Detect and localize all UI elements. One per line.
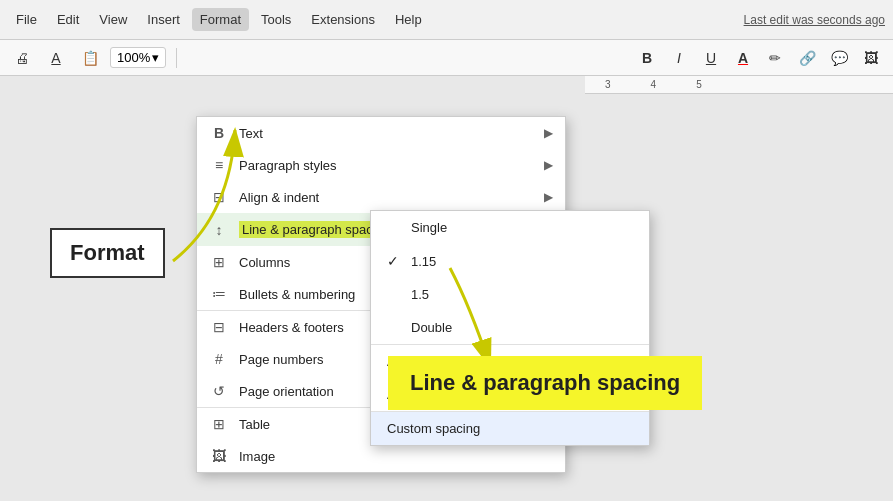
columns-icon: ⊞ — [209, 254, 229, 270]
format-annotation-text: Format — [70, 240, 145, 265]
callout-spacing-text: Line & paragraph spacing — [410, 370, 680, 395]
submenu-1-5[interactable]: 1.5 — [371, 278, 649, 311]
double-label: Double — [411, 320, 452, 335]
headers-footers-icon: ⊟ — [209, 319, 229, 335]
menu-bar: File Edit View Insert Format Tools Exten… — [0, 0, 893, 40]
image-label: Image — [239, 449, 553, 464]
image-btn[interactable]: 🖼 — [857, 44, 885, 72]
menu-format[interactable]: Format — [192, 8, 249, 31]
paste-format-btn[interactable]: 📋 — [76, 44, 104, 72]
page-numbers-icon: # — [209, 351, 229, 367]
main-area: 3 4 5 Format B Text ▶ ≡ Paragraph styles… — [0, 76, 893, 501]
submenu-spacing-section: Single ✓ 1.15 1.5 Double — [371, 211, 649, 345]
ruler-mark-5: 5 — [696, 79, 702, 90]
text-arrow-icon: ▶ — [544, 126, 553, 140]
align-indent-label: Align & indent — [239, 190, 534, 205]
menu-extensions[interactable]: Extensions — [303, 8, 383, 31]
submenu-custom-spacing[interactable]: Custom spacing — [371, 412, 649, 445]
image-icon: 🖼 — [209, 448, 229, 464]
format-annotation-box: Format — [50, 228, 165, 278]
callout-spacing-box: Line & paragraph spacing — [388, 356, 702, 410]
1-15-label: 1.15 — [411, 254, 436, 269]
paragraph-styles-label: Paragraph styles — [239, 158, 534, 173]
menu-insert[interactable]: Insert — [139, 8, 188, 31]
menu-file[interactable]: File — [8, 8, 45, 31]
submenu-custom-section: Custom spacing — [371, 412, 649, 445]
text-icon: B — [209, 125, 229, 141]
bold-btn[interactable]: B — [633, 44, 661, 72]
zoom-control[interactable]: 100% ▾ — [110, 47, 166, 68]
dropdown-text[interactable]: B Text ▶ — [197, 117, 565, 149]
zoom-arrow-icon: ▾ — [152, 50, 159, 65]
underline-btn[interactable]: U — [697, 44, 725, 72]
ruler: 3 4 5 — [585, 76, 893, 94]
italic-btn[interactable]: I — [665, 44, 693, 72]
highlight-btn[interactable]: ✏ — [761, 44, 789, 72]
ruler-mark-4: 4 — [651, 79, 657, 90]
paragraph-styles-arrow-icon: ▶ — [544, 158, 553, 172]
font-color-btn[interactable]: A — [729, 44, 757, 72]
1-5-label: 1.5 — [411, 287, 429, 302]
zoom-value: 100% — [117, 50, 150, 65]
align-indent-arrow-icon: ▶ — [544, 190, 553, 204]
dropdown-paragraph-styles[interactable]: ≡ Paragraph styles ▶ — [197, 149, 565, 181]
page-orientation-icon: ↺ — [209, 383, 229, 399]
1-15-check-icon: ✓ — [387, 253, 403, 269]
bullets-icon: ≔ — [209, 286, 229, 302]
submenu-single[interactable]: Single — [371, 211, 649, 244]
table-icon: ⊞ — [209, 416, 229, 432]
submenu-1-15[interactable]: ✓ 1.15 — [371, 244, 649, 278]
print-btn[interactable]: 🖨 — [8, 44, 36, 72]
single-label: Single — [411, 220, 447, 235]
menu-edit[interactable]: Edit — [49, 8, 87, 31]
paragraph-styles-icon: ≡ — [209, 157, 229, 173]
menu-tools[interactable]: Tools — [253, 8, 299, 31]
link-btn[interactable]: 🔗 — [793, 44, 821, 72]
line-spacing-icon: ↕ — [209, 222, 229, 238]
text-item-label: Text — [239, 126, 534, 141]
menu-view[interactable]: View — [91, 8, 135, 31]
line-spacing-submenu: Single ✓ 1.15 1.5 Double Add space befor… — [370, 210, 650, 446]
ruler-mark-3: 3 — [605, 79, 611, 90]
last-edit-status: Last edit was seconds ago — [744, 13, 885, 27]
menu-help[interactable]: Help — [387, 8, 430, 31]
comment-btn[interactable]: 💬 — [825, 44, 853, 72]
align-indent-icon: ⊟ — [209, 189, 229, 205]
toolbar: 🖨 A 📋 100% ▾ B I U A ✏ 🔗 💬 🖼 — [0, 40, 893, 76]
dropdown-align-indent[interactable]: ⊟ Align & indent ▶ — [197, 181, 565, 213]
submenu-double[interactable]: Double — [371, 311, 649, 344]
font-btn[interactable]: A — [42, 44, 70, 72]
